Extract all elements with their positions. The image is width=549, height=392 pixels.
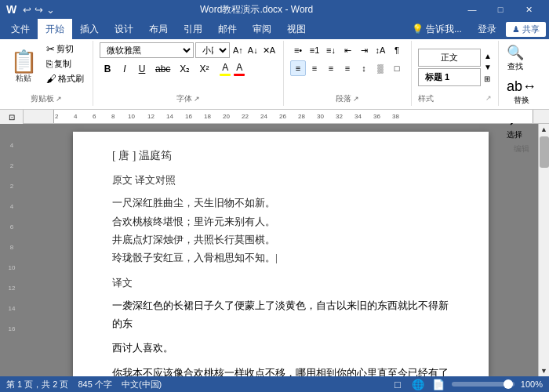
bullet-list-button[interactable]: ≡• <box>290 42 306 58</box>
doc-trans-title: 译文 <box>112 275 449 292</box>
border-button[interactable]: □ <box>389 60 405 76</box>
scroll-down-button[interactable]: ▼ <box>539 365 550 376</box>
vertical-ruler-svg: 4 2 2 4 6 8 10 12 14 16 <box>5 132 19 367</box>
font-size-select[interactable]: 小四 <box>195 42 230 58</box>
increase-indent-button[interactable]: ⇥ <box>356 42 372 58</box>
bold-button[interactable]: B <box>100 61 115 77</box>
italic-button[interactable]: I <box>117 61 133 77</box>
menu-mailings[interactable]: 邮件 <box>210 19 245 39</box>
clear-format-button[interactable]: ✕A <box>261 45 277 56</box>
justify-button[interactable]: ≡ <box>340 60 355 76</box>
format-painter-label: 格式刷 <box>58 73 84 85</box>
redo-button[interactable]: ↪ <box>35 4 43 16</box>
scroll-thumb[interactable] <box>540 136 549 168</box>
svg-text:22: 22 <box>242 113 249 120</box>
underline-button[interactable]: U <box>134 61 150 77</box>
styles-label-row: 样式 ↗ <box>418 92 492 104</box>
share-button[interactable]: ♟ 共享 <box>506 22 546 37</box>
align-right-button[interactable]: ≡ <box>323 60 339 76</box>
styles-panel: 正文 标题 1 <box>418 49 481 86</box>
superscript-button[interactable]: X² <box>195 61 213 77</box>
cut-button[interactable]: ✂ 剪切 <box>44 42 86 56</box>
paste-button[interactable]: 📋 粘贴 <box>6 42 41 92</box>
doc-line-4: 玲珑骰子安红豆，入骨相思知不知。| <box>112 249 449 267</box>
styles-expand-arrow[interactable]: ↗ <box>485 94 492 102</box>
close-button[interactable]: ✕ <box>514 0 543 19</box>
strikethrough-button[interactable]: abc <box>151 61 174 77</box>
multilevel-list-button[interactable]: ≡↓ <box>323 42 339 58</box>
minimize-button[interactable]: — <box>458 0 486 19</box>
zoom-slider[interactable] <box>452 382 514 387</box>
status-bar: 第 1 页，共 2 页 845 个字 中文(中国) □ 🌐 📄 100% <box>0 376 549 392</box>
styles-down-button[interactable]: ▼ <box>484 63 492 71</box>
menu-review[interactable]: 审阅 <box>245 19 279 39</box>
doc-translation-3: 你我本不应该像合欢桃核一样收点不移，哪用相到你的心里直至今已经有了别人 <box>112 364 449 376</box>
sort-button[interactable]: ↕A <box>373 42 388 58</box>
svg-text:10: 10 <box>9 264 16 271</box>
menu-design[interactable]: 设计 <box>107 19 141 39</box>
styles-expand-button[interactable]: ⊞ <box>484 74 492 83</box>
login-button[interactable]: 登录 <box>471 23 503 36</box>
svg-text:18: 18 <box>204 113 211 120</box>
svg-text:2: 2 <box>10 183 14 190</box>
menu-insert[interactable]: 插入 <box>72 19 107 39</box>
styles-content: 正文 标题 1 ▲ ▼ ⊞ <box>418 42 492 92</box>
undo-button[interactable]: ↩ <box>23 4 31 16</box>
font-size-down-button[interactable]: A↓ <box>246 45 260 55</box>
menu-home[interactable]: 开始 <box>38 19 72 39</box>
document-page[interactable]: [ 唐 ] 温庭筠 原文 译文对照 一尺深红胜曲尘，天生旧物不如新。 合欢桃核终… <box>73 132 489 376</box>
styles-normal[interactable]: 正文 <box>418 49 481 67</box>
font-row-2: B I U abc X₂ X² A A <box>100 61 245 77</box>
numbered-list-button[interactable]: ≡1 <box>307 42 322 58</box>
vertical-scrollbar[interactable]: ▲ ▼ <box>538 124 549 376</box>
menu-references[interactable]: 引用 <box>176 19 210 39</box>
menu-right-area: 💡 告诉我... 登录 ♟ 共享 <box>405 19 546 39</box>
menu-layout[interactable]: 布局 <box>141 19 176 39</box>
styles-up-button[interactable]: ▲ <box>484 52 492 60</box>
web-view-button[interactable]: 🌐 <box>411 377 425 391</box>
align-left-button[interactable]: ≡ <box>290 60 306 76</box>
replace-button[interactable]: ab↔ 替换 <box>505 77 538 107</box>
svg-text:14: 14 <box>166 113 173 120</box>
subscript-button[interactable]: X₂ <box>176 61 194 77</box>
status-left: 第 1 页，共 2 页 845 个字 中文(中国) <box>6 379 162 390</box>
scroll-up-button[interactable]: ▲ <box>539 124 550 135</box>
cut-icon: ✂ <box>46 43 55 55</box>
zoom-thumb[interactable] <box>504 379 513 389</box>
svg-text:4: 4 <box>10 203 14 210</box>
font-name-select[interactable]: 微软雅黑 <box>100 42 194 58</box>
menu-view[interactable]: 视图 <box>279 19 314 39</box>
svg-text:6: 6 <box>93 113 96 120</box>
highlight-button[interactable]: A <box>220 62 231 76</box>
line-spacing-button[interactable]: ↕ <box>356 60 372 76</box>
ruler-toggle[interactable]: ⊡ <box>5 110 19 124</box>
copy-button[interactable]: ⎘ 复制 <box>44 57 86 71</box>
menu-file[interactable]: 文件 <box>3 19 38 39</box>
horizontal-ruler: 2 4 6 8 10 12 14 16 18 20 22 24 26 28 30… <box>24 110 549 123</box>
svg-text:20: 20 <box>223 113 230 120</box>
styles-button[interactable]: 标题 1 <box>418 68 481 86</box>
svg-text:26: 26 <box>279 113 286 120</box>
quick-access-dropdown[interactable]: ⌄ <box>46 4 55 16</box>
para-row-1: ≡• ≡1 ≡↓ ⇤ ⇥ ↕A ¶ <box>290 42 405 58</box>
align-center-button[interactable]: ≡ <box>307 60 322 76</box>
styles-group: 正文 标题 1 ▲ ▼ ⊞ 样式 ↗ <box>415 41 499 106</box>
highlight-color-bar <box>220 74 231 76</box>
read-view-button[interactable]: 📄 <box>431 377 445 391</box>
font-size-up-button[interactable]: A↑ <box>231 45 245 55</box>
find-button[interactable]: 🔍 查找 <box>505 42 525 74</box>
decrease-indent-button[interactable]: ⇤ <box>340 42 355 58</box>
print-view-button[interactable]: □ <box>391 377 405 391</box>
doc-original-text: 一尺深红胜曲尘，天生旧物不如新。 合欢桃核终堪恨；里许元来别有人。 井底点灯深烛… <box>112 194 449 267</box>
ribbon: 📋 粘贴 ✂ 剪切 ⎘ 复制 🖌 格式刷 <box>0 39 549 110</box>
maximize-button[interactable]: □ <box>486 0 514 19</box>
doc-translation-1: 一袭深红色的长裙日子久了便蒙上了淡黄色，自古以来旧的东西就比不得新的东 <box>112 296 449 333</box>
font-color-button[interactable]: A <box>234 62 245 76</box>
show-marks-button[interactable]: ¶ <box>389 42 405 58</box>
document-area: 4 2 2 4 6 8 10 12 14 16 [ 唐 ] 温庭筠 原文 译文对… <box>0 124 549 376</box>
paragraph-content: ≡• ≡1 ≡↓ ⇤ ⇥ ↕A ¶ ≡ ≡ ≡ ≡ ↕ ▒ □ <box>290 42 405 92</box>
cut-label: 剪切 <box>56 43 74 55</box>
shading-button[interactable]: ▒ <box>373 60 388 76</box>
tell-me-button[interactable]: 💡 告诉我... <box>405 23 468 36</box>
format-painter-button[interactable]: 🖌 格式刷 <box>44 72 86 85</box>
